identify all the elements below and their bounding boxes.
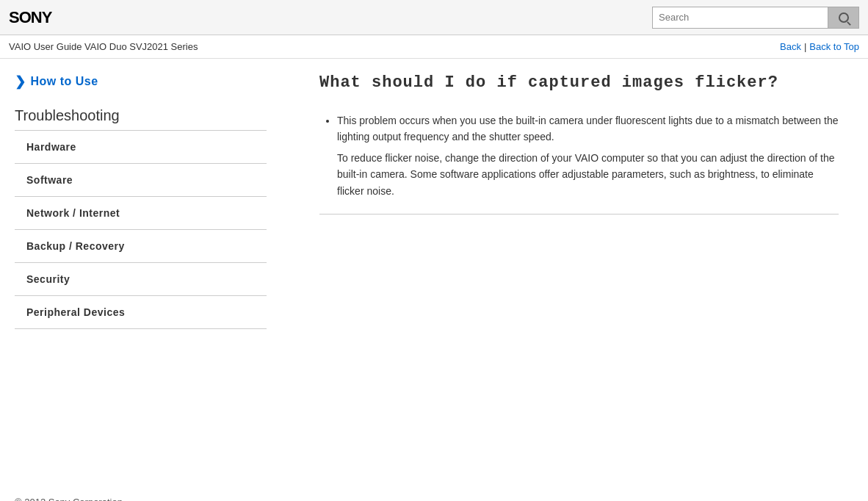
sidebar-menu: Hardware Software Network / Internet Bac… — [15, 131, 267, 329]
sidebar-item-hardware[interactable]: Hardware — [15, 131, 267, 164]
search-area — [652, 7, 859, 29]
sidebar-item-backup-recovery[interactable]: Backup / Recovery — [15, 230, 267, 263]
nav-separator: | — [804, 41, 806, 52]
sidebar-item-peripheral-devices[interactable]: Peripheral Devices — [15, 296, 267, 329]
content-divider — [319, 214, 839, 215]
search-icon — [839, 12, 849, 23]
sony-logo: SONY — [9, 8, 51, 27]
content-area: What should I do if captured images flic… — [275, 59, 868, 485]
sidebar-item-security[interactable]: Security — [15, 263, 267, 296]
search-input[interactable] — [652, 7, 828, 29]
content-body: This problem occurs when you use the bui… — [319, 112, 839, 215]
breadcrumb-title: VAIO User Guide VAIO Duo SVJ2021 Series — [9, 41, 198, 52]
content-list: This problem occurs when you use the bui… — [319, 112, 839, 199]
back-to-top-link[interactable]: Back to Top — [809, 41, 859, 52]
search-button[interactable] — [828, 7, 859, 29]
main-layout: ❯ How to Use Troubleshooting Hardware So… — [0, 59, 868, 485]
nav-links: Back | Back to Top — [780, 41, 859, 52]
how-to-use-link[interactable]: ❯ How to Use — [15, 73, 267, 90]
top-bar: SONY — [0, 0, 868, 35]
sidebar-item-network-internet[interactable]: Network / Internet — [15, 197, 267, 230]
sidebar-item-software[interactable]: Software — [15, 164, 267, 197]
copyright-text: © 2012 Sony Corporation — [15, 497, 123, 501]
troubleshooting-title: Troubleshooting — [15, 107, 267, 130]
how-to-use-label: How to Use — [31, 75, 98, 88]
back-link[interactable]: Back — [780, 41, 801, 52]
content-list-item: This problem occurs when you use the bui… — [337, 112, 839, 199]
logo-area: SONY — [9, 8, 51, 27]
how-to-use-arrow-icon: ❯ — [15, 73, 26, 90]
nav-bar: VAIO User Guide VAIO Duo SVJ2021 Series … — [0, 35, 868, 59]
content-bullet-text-1: This problem occurs when you use the bui… — [337, 115, 838, 143]
footer: © 2012 Sony Corporation — [0, 485, 868, 501]
content-bullet-text-2: To reduce flicker noise, change the dire… — [337, 150, 839, 199]
sidebar: ❯ How to Use Troubleshooting Hardware So… — [0, 59, 275, 485]
content-title: What should I do if captured images flic… — [319, 73, 839, 92]
